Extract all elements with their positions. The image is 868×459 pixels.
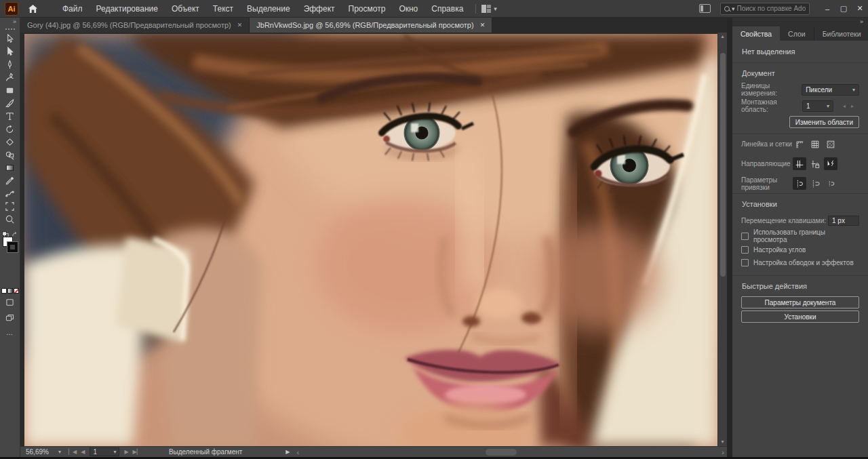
previous-artboard-icon[interactable]: ◀ <box>79 449 87 455</box>
edit-toolbar-icon[interactable]: … <box>6 329 14 336</box>
quick-actions-title: Быстрые действия <box>741 276 859 294</box>
home-icon[interactable] <box>28 4 38 14</box>
menu-effect[interactable]: Эффект <box>297 0 342 18</box>
preferences-button[interactable]: Установки <box>741 311 859 323</box>
search-chevron-icon[interactable]: ▾ <box>732 5 735 12</box>
canvas-area[interactable]: ▴ ▾ <box>20 33 727 446</box>
vscroll-thumb[interactable] <box>720 53 726 277</box>
document-setup-button[interactable]: Параметры документа <box>741 296 859 308</box>
show-grid-button[interactable] <box>808 138 822 151</box>
share-panel-icon[interactable] <box>699 4 711 13</box>
document-tab-2-active[interactable]: JbRnVkwdSo.jpg @ 56,69% (RGB/Предварител… <box>250 18 492 33</box>
show-transparency-grid-button[interactable] <box>824 138 837 151</box>
curvature-tool[interactable] <box>1 71 19 84</box>
rotate-tool[interactable] <box>1 123 19 136</box>
corner-adjustment-label: Настройка углов <box>753 246 806 254</box>
status-flyout-icon[interactable]: ▶ <box>285 449 290 455</box>
first-artboard-icon[interactable]: ▏◀ <box>66 449 79 455</box>
gradient-button[interactable] <box>7 288 13 294</box>
type-tool[interactable] <box>1 110 19 123</box>
blend-tool[interactable] <box>1 187 19 200</box>
minimize-button[interactable]: – <box>819 0 835 18</box>
keyboard-increment-value: 1 px <box>832 217 845 224</box>
keyboard-increment-input[interactable]: 1 px <box>828 216 859 226</box>
tab-properties[interactable]: Свойства <box>732 26 780 41</box>
menu-file[interactable]: Файл <box>56 0 90 18</box>
help-search[interactable]: ▾ <box>720 3 810 15</box>
last-artboard-icon[interactable]: ▶▏ <box>131 449 143 455</box>
smart-guides-button[interactable] <box>824 157 837 170</box>
horizontal-scrollbar[interactable]: ‹ › <box>294 447 727 457</box>
rectangle-tool[interactable] <box>1 84 19 97</box>
eraser-tool[interactable] <box>1 136 19 148</box>
artboard-value: 1 <box>806 102 810 110</box>
snap-to-grid-button[interactable] <box>793 177 806 190</box>
menu-help[interactable]: Справка <box>425 0 470 18</box>
snap-to-pixel-button[interactable] <box>808 177 822 190</box>
show-guides-button[interactable] <box>793 157 806 170</box>
vertical-scrollbar[interactable]: ▴ ▾ <box>717 33 727 446</box>
workspace-icon <box>481 5 491 13</box>
corner-adjustment-checkbox[interactable] <box>741 246 749 254</box>
stroke-color-swatch[interactable] <box>7 242 18 252</box>
toolbar-grip[interactable] <box>5 28 15 30</box>
tab-close-icon[interactable]: ✕ <box>237 22 243 28</box>
show-rulers-button[interactable] <box>793 138 806 151</box>
color-type-strip <box>1 288 19 294</box>
workspace-switcher[interactable]: ▾ <box>481 5 497 13</box>
zoom-tool[interactable] <box>1 213 19 226</box>
draw-mode-icon[interactable] <box>5 297 14 309</box>
artboard-dropdown[interactable]: 1 ▾ <box>802 100 833 112</box>
units-dropdown[interactable]: Пиксели ▾ <box>802 84 859 96</box>
scroll-down-icon[interactable]: ▾ <box>721 438 724 446</box>
illustrator-logo-icon[interactable]: Ai <box>5 2 18 16</box>
hscroll-thumb[interactable] <box>486 449 517 456</box>
strokes-effects-label: Настройка обводок и эффектов <box>753 259 854 266</box>
artboard-tool[interactable] <box>1 200 19 213</box>
tab-layers[interactable]: Слои <box>780 26 814 41</box>
menu-select[interactable]: Выделение <box>240 0 297 18</box>
zoom-level-dropdown[interactable]: 56,69% ▾ <box>20 448 66 456</box>
tab-close-icon[interactable]: ✕ <box>480 22 486 28</box>
hscroll-track[interactable] <box>302 447 719 457</box>
toolbar-collapse-icon[interactable]: » <box>13 18 20 26</box>
menu-edit[interactable]: Редактирование <box>90 0 165 18</box>
menu-window[interactable]: Окно <box>392 0 425 18</box>
artboard-prev-next-icons[interactable]: ◂▸ <box>835 103 859 109</box>
scroll-left-icon[interactable]: ‹ <box>294 448 302 456</box>
close-button[interactable]: ✕ <box>852 0 868 18</box>
tab-label: Gory (44).jpg @ 56,69% (RGB/Предваритель… <box>27 21 231 29</box>
scroll-right-icon[interactable]: › <box>719 448 727 456</box>
menu-type[interactable]: Текст <box>206 0 240 18</box>
snap-to-point-button[interactable] <box>824 177 837 190</box>
screen-mode-icon[interactable] <box>5 313 14 325</box>
gradient-tool[interactable] <box>1 161 19 174</box>
artboard-label: Монтажная область: <box>741 98 802 113</box>
menu-object[interactable]: Объект <box>165 0 206 18</box>
artboard-navigation-dropdown[interactable]: 1 ▾ <box>90 447 119 456</box>
menu-view[interactable]: Просмотр <box>342 0 393 18</box>
shape-builder-tool[interactable] <box>1 148 19 161</box>
edit-artboards-button[interactable]: Изменить области <box>789 116 859 128</box>
panel-collapse-icon[interactable]: » <box>732 18 868 26</box>
search-input[interactable] <box>737 5 806 12</box>
direct-selection-tool[interactable] <box>1 45 19 58</box>
menu-bar: Ai Файл Редактирование Объект Текст Выде… <box>0 0 868 18</box>
preview-bounds-checkbox[interactable] <box>741 233 749 240</box>
vscroll-track[interactable] <box>718 41 727 438</box>
eyedropper-tool[interactable] <box>1 174 19 187</box>
next-artboard-icon[interactable]: ▶ <box>122 449 130 455</box>
status-bar: 56,69% ▾ ▏◀ ◀ 1 ▾ ▶ ▶▏ Выделенный фрагме… <box>20 446 727 457</box>
lock-guides-button[interactable] <box>808 157 822 170</box>
tab-libraries[interactable]: Библиотеки <box>814 26 868 41</box>
strokes-effects-checkbox[interactable] <box>741 259 749 266</box>
pen-tool[interactable] <box>1 58 19 71</box>
zoom-value: 56,69% <box>26 448 49 456</box>
maximize-button[interactable]: ▢ <box>835 0 852 18</box>
document-tab-1[interactable]: Gory (44).jpg @ 56,69% (RGB/Предваритель… <box>20 18 250 33</box>
scroll-up-icon[interactable]: ▴ <box>721 33 724 41</box>
selection-tool[interactable] <box>1 33 19 45</box>
none-button[interactable] <box>14 288 19 294</box>
paintbrush-tool[interactable] <box>1 97 19 110</box>
color-button[interactable] <box>1 288 7 294</box>
